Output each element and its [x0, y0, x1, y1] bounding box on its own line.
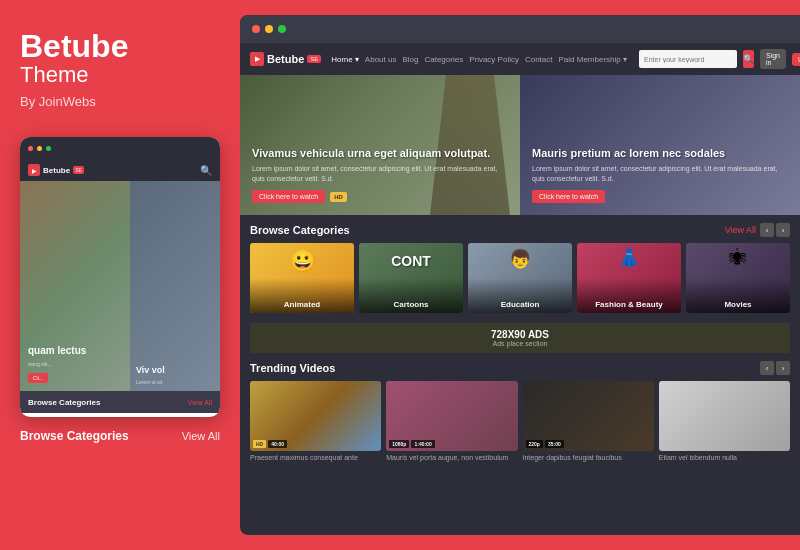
mobile-slide-left: quam lectus tising elit... Cli...: [20, 181, 130, 391]
browse-view-all[interactable]: View All: [725, 225, 756, 235]
movies-label: Movies: [724, 300, 751, 309]
movies-icon: 🕷: [729, 248, 747, 269]
signin-button[interactable]: Sign in: [760, 49, 786, 69]
fashion-label: Fashion & Beauty: [595, 300, 663, 309]
mobile-slide-right-text: Lorem ut sit: [136, 379, 214, 386]
mobile-nav-logo: Betube SE: [28, 164, 84, 176]
upload-button[interactable]: Upload Video: [792, 53, 800, 66]
nav-about[interactable]: About us: [365, 55, 397, 64]
ads-banner: 728X90 ADS Ads place section: [250, 323, 790, 353]
browse-next-arrow[interactable]: ›: [776, 223, 790, 237]
video-caption-2: Mauris vel porta augue, non vestibulum: [386, 454, 517, 461]
mobile-nav-badge: SE: [73, 166, 84, 174]
hero-left: Vivamus vehicula urna eget aliquam volut…: [240, 75, 520, 215]
brand-title: Betube: [20, 30, 220, 62]
brand-subtitle: Theme: [20, 62, 220, 88]
video-card-3[interactable]: 220p 35:00: [523, 381, 654, 451]
browse-prev-arrow[interactable]: ‹: [760, 223, 774, 237]
hero-left-btn[interactable]: Click here to watch: [252, 190, 325, 203]
video-2-badges: 1080p 1:40:00: [389, 440, 434, 448]
video-caption-1: Praesent maximus consequat ante: [250, 454, 381, 461]
trending-nav-arrows: ‹ ›: [760, 361, 790, 375]
ads-subtitle: Ads place section: [493, 340, 548, 347]
hd-badge: HD: [330, 192, 347, 202]
hero-section: Vivamus vehicula urna eget aliquam volut…: [240, 75, 800, 215]
category-education[interactable]: 👦 Education: [468, 243, 572, 313]
browse-nav-arrows: ‹ ›: [760, 223, 790, 237]
mobile-footer: Browse Categories View All: [20, 391, 220, 413]
hero-right-btn[interactable]: Click here to watch: [532, 190, 605, 203]
animated-icon: 😀: [289, 248, 316, 274]
hero-left-title: Vivamus vehicula urna eget aliquam volut…: [252, 146, 508, 160]
nav-privacy[interactable]: Privacy Policy: [469, 55, 519, 64]
desktop-preview: Betube SE Home ▾ About us Blog Categorie…: [240, 15, 800, 535]
mobile-nav: Betube SE 🔍: [20, 159, 220, 181]
cartoons-icon: CONT: [391, 253, 431, 269]
site-nav-logo: Betube SE: [250, 52, 321, 66]
cartoons-label: Cartoons: [393, 300, 428, 309]
nav-contact[interactable]: Contact: [525, 55, 553, 64]
education-icon: 👦: [509, 248, 531, 270]
trending-prev-arrow[interactable]: ‹: [760, 361, 774, 375]
mobile-slide-btn[interactable]: Cli...: [28, 373, 48, 383]
category-movies[interactable]: 🕷 Movies: [686, 243, 790, 313]
browser-dot-yellow: [265, 25, 273, 33]
nav-home[interactable]: Home ▾: [331, 55, 359, 64]
browser-bar: [240, 15, 800, 43]
view-all-label[interactable]: View All: [182, 430, 220, 442]
video-card-1[interactable]: HD 40:00: [250, 381, 381, 451]
mobile-slide-title: quam lectus: [28, 345, 122, 357]
hero-left-text: Lorem ipsum dolor sit amet, consectetur …: [252, 164, 508, 184]
mobile-dot-yellow: [37, 146, 42, 151]
mobile-search-icon[interactable]: 🔍: [200, 165, 212, 176]
mobile-logo-icon: [28, 164, 40, 176]
browser-dot-red: [252, 25, 260, 33]
video-card-2[interactable]: 1080p 1:40:00: [386, 381, 517, 451]
education-overlay: Education: [468, 278, 572, 313]
trending-next-arrow[interactable]: ›: [776, 361, 790, 375]
video-2-res-badge: 1080p: [389, 440, 409, 448]
animated-overlay: Animated: [250, 278, 354, 313]
hero-right-text: Lorem ipsum dolor sit amet, consectetur …: [532, 164, 788, 184]
mobile-slide-text: tising elit...: [28, 361, 122, 368]
mobile-browse-categories: Browse Categories: [28, 398, 100, 407]
categories-grid: 😀 Animated CONT Cartoons 👦 Education 👗: [250, 243, 790, 313]
fashion-icon: 👗: [618, 246, 640, 268]
browser-dot-green: [278, 25, 286, 33]
site-nav: Betube SE Home ▾ About us Blog Categorie…: [240, 43, 800, 75]
browse-controls: View All ‹ ›: [725, 223, 790, 237]
video-3-time-badge: 35:00: [545, 440, 564, 448]
nav-categories[interactable]: Categories: [424, 55, 463, 64]
mobile-dot-green: [46, 146, 51, 151]
nav-membership[interactable]: Paid Membership ▾: [559, 55, 627, 64]
browse-title: Browse Categories: [250, 224, 350, 236]
browse-header: Browse Categories View All ‹ ›: [250, 223, 790, 237]
hero-left-btn-row: Click here to watch HD: [252, 190, 508, 203]
search-input[interactable]: [639, 50, 737, 68]
video-3-res-badge: 220p: [526, 440, 543, 448]
site-nav-badge: SE: [307, 55, 321, 63]
mobile-view-all[interactable]: View All: [188, 399, 212, 406]
animated-label: Animated: [284, 300, 320, 309]
category-fashion[interactable]: 👗 Fashion & Beauty: [577, 243, 681, 313]
site-logo-icon: [250, 52, 264, 66]
search-button[interactable]: 🔍: [743, 50, 754, 68]
ads-title: 728X90 ADS: [491, 329, 549, 340]
hero-right-btn-row: Click here to watch: [532, 190, 788, 203]
mobile-top-bar: [20, 137, 220, 159]
mobile-logo-text: Betube: [43, 166, 70, 175]
cartoons-overlay: Cartoons: [359, 278, 463, 313]
hero-right: Mauris pretium ac lorem nec sodales Lore…: [520, 75, 800, 215]
nav-blog[interactable]: Blog: [402, 55, 418, 64]
video-1-hd-badge: HD: [253, 440, 266, 448]
category-cartoons[interactable]: CONT Cartoons: [359, 243, 463, 313]
category-animated[interactable]: 😀 Animated: [250, 243, 354, 313]
mobile-preview: Betube SE 🔍 quam lectus tising elit... C…: [20, 137, 220, 417]
video-card-4[interactable]: [659, 381, 790, 451]
video-1-badges: HD 40:00: [253, 440, 287, 448]
video-captions: Praesent maximus consequat ante Mauris v…: [250, 454, 790, 461]
trending-section: Trending Videos ‹ › HD 40:00 1080p 1:40:…: [240, 357, 800, 535]
trending-title: Trending Videos: [250, 362, 335, 374]
mobile-slide-right-title: Viv vol: [136, 365, 214, 376]
trending-header: Trending Videos ‹ ›: [250, 361, 790, 375]
